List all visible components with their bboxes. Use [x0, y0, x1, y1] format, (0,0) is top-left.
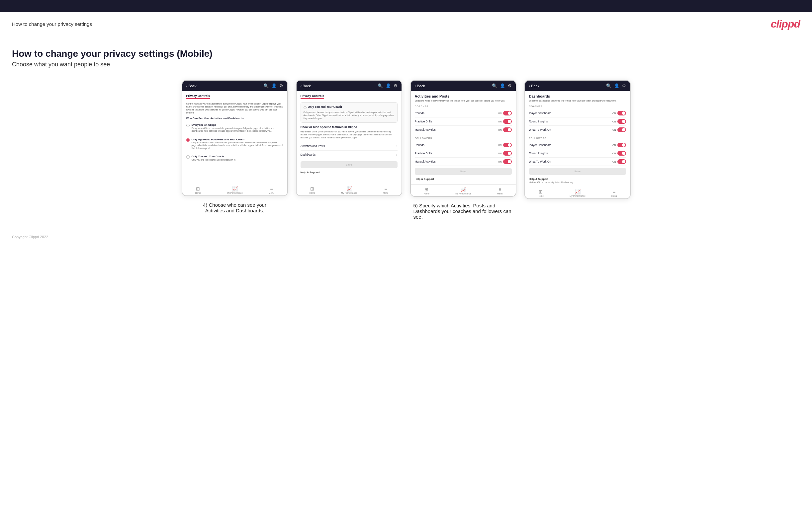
- topbar-icons-4: 🔍 👤 ⚙: [606, 83, 626, 88]
- nav-performance-2[interactable]: 📈 My Performance: [341, 186, 357, 194]
- nav-performance-3[interactable]: 📈 My Performance: [455, 187, 471, 195]
- radio-everyone[interactable]: Everyone on Clippd Everyone on Clippd ca…: [186, 122, 283, 134]
- menu-icon-1: ≡: [270, 186, 273, 191]
- toggle-followers-drills-status: ON: [498, 152, 502, 155]
- radio-circle-1: [186, 124, 190, 127]
- radio-followers[interactable]: Only Approved Followers and Your Coach O…: [186, 137, 283, 151]
- caption-text-3: 5) Specify which Activities, Posts and D…: [413, 203, 511, 220]
- menu-dashboards[interactable]: Dashboards ›: [301, 151, 398, 159]
- nav-menu-3[interactable]: ≡ Menu: [497, 187, 503, 195]
- toggle-followers-manual-status: ON: [498, 161, 502, 163]
- toggle-coaches-work-on-switch[interactable]: [617, 127, 626, 132]
- nav-menu-1[interactable]: ≡ Menu: [269, 186, 274, 194]
- toggle-coaches-drills: Practice Drills ON: [415, 117, 512, 126]
- menu-activities-arrow: ›: [396, 144, 397, 148]
- back-button-1[interactable]: ‹ Back: [186, 84, 197, 88]
- settings-icon-1[interactable]: ⚙: [279, 83, 283, 88]
- search-icon-2[interactable]: 🔍: [377, 83, 383, 88]
- page-subtitle: Choose what you want people to see: [12, 61, 800, 68]
- toggle-followers-drills-control[interactable]: ON: [498, 151, 512, 156]
- copyright: Copyright Clippd 2022: [12, 235, 48, 239]
- performance-icon-3: 📈: [461, 187, 466, 192]
- profile-icon-3[interactable]: 👤: [500, 83, 505, 88]
- toggle-coaches-round-insights-switch[interactable]: [617, 119, 626, 124]
- toggle-coaches-player-dash-control[interactable]: ON: [612, 111, 626, 115]
- nav-home-3[interactable]: ⊞ Home: [424, 187, 429, 195]
- topbar-icons-3: 🔍 👤 ⚙: [492, 83, 512, 88]
- settings-icon-4[interactable]: ⚙: [622, 83, 626, 88]
- toggle-coaches-player-dash-status: ON: [612, 112, 616, 114]
- feature-desc: Regardless of the privacy controls that …: [301, 130, 398, 139]
- menu-activities[interactable]: Activities and Posts ›: [301, 142, 398, 151]
- search-icon-1[interactable]: 🔍: [263, 83, 269, 88]
- toggle-followers-manual-switch[interactable]: [503, 159, 512, 164]
- toggle-coaches-player-dash-switch[interactable]: [617, 111, 626, 115]
- toggle-followers-round-insights-status: ON: [612, 152, 616, 155]
- radio-coach-only[interactable]: Only You and Your Coach Only you and the…: [186, 154, 283, 163]
- back-button-3[interactable]: ‹ Back: [415, 84, 425, 88]
- header: How to change your privacy settings clip…: [0, 12, 812, 35]
- settings-icon-3[interactable]: ⚙: [508, 83, 512, 88]
- nav-menu-4[interactable]: ≡ Menu: [611, 189, 617, 197]
- toggle-coaches-round-insights-control[interactable]: ON: [612, 119, 626, 124]
- toggle-followers-player-dash-status: ON: [612, 144, 616, 146]
- phone-bottomnav-1: ⊞ Home 📈 My Performance ≡ Menu: [182, 184, 287, 195]
- toggle-coaches-drills-control[interactable]: ON: [498, 119, 512, 124]
- phone-topbar-3: ‹ Back 🔍 👤 ⚙: [411, 80, 516, 91]
- search-icon-4[interactable]: 🔍: [606, 83, 611, 88]
- toggle-coaches-rounds-switch[interactable]: [503, 111, 512, 115]
- toggle-followers-manual: Manual Activities ON: [415, 158, 512, 166]
- toggle-followers-rounds-switch[interactable]: [503, 143, 512, 147]
- toggle-coaches-drills-switch[interactable]: [503, 119, 512, 124]
- nav-performance-1[interactable]: 📈 My Performance: [227, 186, 243, 194]
- back-button-2[interactable]: ‹ Back: [301, 84, 311, 88]
- toggle-followers-round-insights-switch[interactable]: [617, 151, 626, 156]
- back-button-4[interactable]: ‹ Back: [529, 84, 539, 88]
- phone-mockup-2: ‹ Back 🔍 👤 ⚙ Privacy Controls: [296, 80, 402, 196]
- toggle-followers-work-on-switch[interactable]: [617, 159, 626, 164]
- toggle-followers-player-dash: Player Dashboard ON: [529, 141, 626, 149]
- toggle-coaches-manual-status: ON: [498, 129, 502, 131]
- toggle-coaches-rounds-control[interactable]: ON: [498, 111, 512, 115]
- profile-icon-2[interactable]: 👤: [386, 83, 391, 88]
- radio-desc-1: Everyone on Clippd can search for you an…: [192, 127, 283, 133]
- toggle-followers-round-insights-control[interactable]: ON: [612, 151, 626, 156]
- toggle-followers-work-on-control[interactable]: ON: [612, 159, 626, 164]
- nav-menu-2[interactable]: ≡ Menu: [383, 186, 388, 194]
- help-desc-4: Visit our Clippd community to troublesho…: [529, 181, 626, 183]
- nav-performance-4[interactable]: 📈 My Performance: [569, 189, 586, 197]
- nav-home-4[interactable]: ⊞ Home: [538, 189, 544, 197]
- toggle-coaches-work-on-control[interactable]: ON: [612, 127, 626, 132]
- nav-home-2[interactable]: ⊞ Home: [309, 186, 315, 194]
- privacy-controls-tab-1[interactable]: Privacy Controls: [186, 94, 210, 99]
- toggle-followers-rounds-control[interactable]: ON: [498, 143, 512, 147]
- toggle-followers-work-on-status: ON: [612, 161, 616, 163]
- nav-menu-label-3: Menu: [497, 192, 503, 195]
- privacy-controls-tab-2[interactable]: Privacy Controls: [301, 94, 324, 99]
- save-button-2[interactable]: Save: [301, 161, 398, 168]
- save-button-4[interactable]: Save: [529, 168, 626, 175]
- toggle-followers-player-dash-label: Player Dashboard: [529, 143, 552, 147]
- toggle-followers-player-dash-control[interactable]: ON: [612, 143, 626, 147]
- toggle-coaches-work-on-label: What To Work On: [529, 128, 551, 131]
- toggle-followers-drills-switch[interactable]: [503, 151, 512, 156]
- help-heading-3: Help & Support: [415, 177, 512, 180]
- nav-home-1[interactable]: ⊞ Home: [195, 186, 201, 194]
- help-heading-4: Help & Support: [529, 177, 626, 180]
- followers-heading-3: FOLLOWERS: [415, 137, 512, 140]
- toggle-followers-player-dash-switch[interactable]: [617, 143, 626, 147]
- profile-icon-1[interactable]: 👤: [271, 83, 276, 88]
- home-icon-1: ⊞: [196, 186, 200, 191]
- toggle-followers-manual-control[interactable]: ON: [498, 159, 512, 164]
- profile-icon-4[interactable]: 👤: [614, 83, 619, 88]
- toggle-coaches-manual: Manual Activities ON: [415, 126, 512, 134]
- phone-topbar-2: ‹ Back 🔍 👤 ⚙: [297, 80, 402, 91]
- nav-performance-label-1: My Performance: [227, 192, 243, 194]
- toggle-coaches-manual-switch[interactable]: [503, 127, 512, 132]
- toggle-coaches-player-dash: Player Dashboard ON: [529, 109, 626, 117]
- nav-menu-label-4: Menu: [611, 195, 617, 197]
- search-icon-3[interactable]: 🔍: [492, 83, 497, 88]
- settings-icon-2[interactable]: ⚙: [394, 83, 398, 88]
- toggle-coaches-manual-control[interactable]: ON: [498, 127, 512, 132]
- save-button-3[interactable]: Save: [415, 168, 512, 175]
